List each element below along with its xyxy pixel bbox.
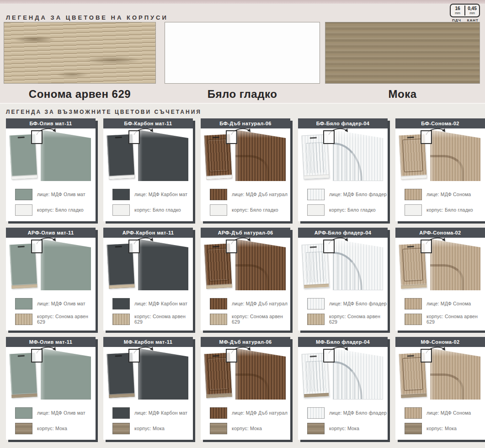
body-label: корпус: Мока bbox=[232, 426, 262, 431]
corpus-swatch-mocha: Мока bbox=[325, 22, 480, 101]
magnifier-icon bbox=[226, 349, 237, 363]
face-legend-row: лице: МДФ Карбон мат bbox=[112, 297, 193, 310]
combo-card-body: лице: МДФ Олив мат корпус: Сонома арвен … bbox=[6, 238, 96, 331]
door-handle-icon bbox=[310, 246, 317, 248]
door-detail-panel bbox=[235, 239, 286, 290]
face-legend-row: лице: МДФ Бяло фладер bbox=[307, 187, 388, 201]
body-label: корпус: Бяло гладко bbox=[134, 207, 181, 213]
door-preview bbox=[6, 347, 96, 403]
body-color-swatch bbox=[405, 204, 422, 216]
door-handle-icon bbox=[310, 356, 317, 357]
combo-card-title: БФ-Олив мат-11 bbox=[29, 121, 72, 126]
combinations-title: ЛЕГЕНДА ЗА ВЪЗМОЖНИТЕ ЦВЕТОВИ СЪЧЕТАНИЯ bbox=[6, 109, 485, 115]
face-label: лице: МДФ Сонома bbox=[426, 410, 471, 416]
body-legend-row: корпус: Сонома арвен 629 bbox=[210, 312, 290, 326]
door-body-strip bbox=[11, 175, 37, 179]
magnifier-icon bbox=[128, 349, 140, 363]
door-body-strip bbox=[304, 393, 329, 398]
body-color-swatch bbox=[307, 314, 325, 325]
face-color-swatch bbox=[15, 407, 32, 419]
combo-card-body: лице: МДФ Дъб натурал корпус: Мока bbox=[201, 347, 290, 440]
combo-card: МФ-Олив мат-11 лице: МДФ Олив мат bbox=[6, 337, 96, 440]
body-legend-row: корпус: Сонома арвен 629 bbox=[112, 312, 193, 326]
body-color-swatch bbox=[405, 423, 422, 434]
door-body-strip bbox=[401, 393, 426, 398]
magnifier-icon bbox=[31, 240, 43, 253]
door-preview bbox=[6, 238, 96, 293]
face-label: лице: МДФ Бяло фладер bbox=[329, 301, 387, 306]
face-color-swatch bbox=[210, 298, 227, 309]
body-color-swatch bbox=[112, 204, 130, 216]
door-body-strip bbox=[109, 175, 134, 179]
door-body-strip bbox=[304, 175, 329, 179]
door-body-strip bbox=[206, 393, 232, 398]
combo-card-title: БФ-Бяло фладер-04 bbox=[316, 121, 370, 126]
door-handle-icon bbox=[407, 246, 414, 248]
door-detail-panel bbox=[41, 348, 91, 400]
combo-card-body: лице: МДФ Сонома корпус: Бяло гладко bbox=[395, 128, 485, 221]
face-legend-row: лице: МДФ Сонома bbox=[405, 406, 485, 420]
body-label: корпус: Мока bbox=[37, 426, 67, 431]
door-body-strip bbox=[304, 284, 329, 288]
mocha-swatch bbox=[325, 22, 480, 84]
body-label: корпус: Бяло гладко bbox=[37, 207, 84, 213]
body-color-swatch bbox=[210, 423, 227, 434]
combo-card-body: лице: МДФ Дъб натурал корпус: Сонома арв… bbox=[201, 238, 290, 331]
combo-card-body: лице: МДФ Бяло фладер корпус: Бяло гладк… bbox=[298, 128, 388, 221]
magnifier-icon bbox=[226, 130, 237, 144]
combo-card-title: БФ-Карбон мат-11 bbox=[124, 121, 172, 126]
door-body-strip bbox=[109, 393, 134, 398]
combo-card-body: лице: МДФ Сонома корпус: Сонома арвен 62… bbox=[395, 238, 485, 331]
face-legend-row: лице: МДФ Карбон мат bbox=[112, 406, 193, 420]
catalog-page: ЛЕГЕНДА ЗА ЦВЕТОВЕ НА КОРПУСИ 16 mm 0,45… bbox=[0, 0, 485, 448]
door-detail-panel bbox=[430, 130, 480, 181]
face-color-swatch bbox=[307, 298, 325, 309]
body-color-swatch bbox=[405, 314, 422, 325]
door-handle-icon bbox=[115, 355, 122, 357]
face-legend-row: лице: МДФ Дъб натурал bbox=[210, 187, 290, 201]
door-preview bbox=[6, 128, 96, 184]
thickness-spec-box: 16 mm 0,45 mm ПДЧ КАНТ bbox=[450, 4, 480, 22]
body-label: корпус: Мока bbox=[426, 426, 457, 431]
combo-card-body: лице: МДФ Бяло фладер корпус: Сонома арв… bbox=[298, 238, 388, 331]
combo-card: БФ-Олив мат-11 лице: МДФ Олив мат bbox=[6, 118, 96, 221]
combo-card-body: лице: МДФ Карбон мат корпус: Сонома арве… bbox=[103, 238, 193, 331]
combo-card: АРФ-Бяло фладер-04 лице: МДФ Бяло фладер bbox=[298, 228, 388, 331]
body-color-swatch bbox=[15, 314, 32, 325]
door-detail-panel bbox=[333, 130, 383, 181]
door-preview bbox=[103, 128, 193, 184]
body-legend-row: корпус: Сонома арвен 629 bbox=[405, 312, 485, 326]
door-detail-panel bbox=[333, 239, 383, 290]
body-color-swatch bbox=[307, 423, 325, 434]
body-legend-row: корпус: Бяло гладко bbox=[112, 203, 193, 217]
body-color-swatch bbox=[15, 423, 32, 434]
face-label: лице: МДФ Дъб натурал bbox=[232, 301, 288, 306]
door-preview bbox=[395, 128, 485, 184]
combo-card-title: АРФ-Олив мат-11 bbox=[28, 230, 74, 235]
door-body-strip bbox=[206, 175, 232, 179]
door-preview bbox=[298, 128, 388, 184]
combo-card-title: АРФ-Сонома-02 bbox=[419, 230, 461, 235]
face-label: лице: МДФ Олив мат bbox=[37, 301, 85, 306]
door-detail-panel bbox=[430, 348, 480, 400]
door-preview bbox=[201, 128, 290, 184]
combo-card: МФ-Бяло фладер-04 лице: МДФ Бяло фладер bbox=[298, 337, 388, 440]
door-preview bbox=[298, 347, 388, 403]
combo-card-title: АРФ-Карбон мат-11 bbox=[123, 230, 174, 235]
thickness-values-box: 16 mm 0,45 mm bbox=[450, 4, 480, 17]
body-legend-row: корпус: Мока bbox=[210, 421, 290, 435]
door-body-strip bbox=[109, 284, 134, 288]
door-handle-icon bbox=[18, 355, 25, 357]
face-label: лице: МДФ Бяло фладер bbox=[329, 192, 387, 197]
door-detail-panel bbox=[138, 348, 188, 400]
door-preview bbox=[395, 238, 485, 293]
combo-card: АРФ-Карбон мат-11 лице: МДФ Карбон мат bbox=[103, 228, 193, 331]
magnifier-icon bbox=[128, 130, 140, 144]
door-body-strip bbox=[401, 175, 426, 179]
face-label: лице: МДФ Сонома bbox=[426, 192, 471, 197]
face-label: лице: МДФ Карбон мат bbox=[134, 301, 187, 306]
white-smooth-label: Бяло гладко bbox=[208, 88, 277, 101]
corpus-swatch-white: Бяло гладко bbox=[165, 22, 320, 101]
face-color-swatch bbox=[112, 407, 130, 419]
body-color-swatch bbox=[112, 314, 130, 325]
